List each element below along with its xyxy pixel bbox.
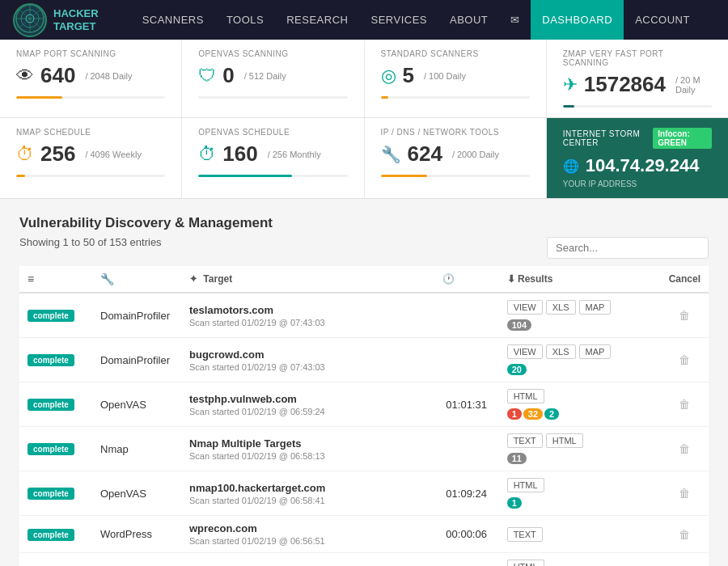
globe-icon: 🌐	[563, 158, 579, 174]
stat-standard-sub: / 100 Daily	[424, 71, 466, 81]
nav-scanners[interactable]: SCANNERS	[131, 0, 215, 40]
showing-text: Showing 1 to 50 of 153 entries	[19, 236, 162, 248]
th-target: ✦ Target	[181, 266, 434, 293]
nav-research[interactable]: RESEARCH	[275, 0, 359, 40]
result-btn-text[interactable]: TEXT	[507, 527, 543, 542]
nav-services[interactable]: SERVICES	[359, 0, 438, 40]
result-btn-xls[interactable]: XLS	[546, 300, 576, 315]
result-btn-html[interactable]: HTML	[546, 433, 583, 448]
scanner-name: DomainProfiler	[92, 338, 181, 382]
scan-table: ≡ 🔧 ✦ Target 🕐 ⬇ Results Cancel	[19, 266, 709, 566]
stat-zmap-icon: ✈	[563, 74, 578, 95]
target-cell: testphp.vulnweb.comScan started 01/02/19…	[181, 382, 434, 427]
th-results: ⬇ Results	[499, 266, 661, 293]
duration: 00:59:15	[434, 553, 499, 567]
nav-dashboard[interactable]: DASHBOARD	[531, 0, 624, 40]
stat-zmap-number: 1572864	[584, 72, 666, 97]
logo[interactable]: HACKER TARGET	[13, 3, 99, 37]
delete-button[interactable]: 🗑	[675, 439, 693, 458]
isc-card: INTERNET STORM CENTER Infocon: GREEN 🌐 1…	[547, 118, 728, 198]
table-row: completeDomainProfilerteslamotors.comSca…	[19, 293, 709, 338]
scanner-name: OpenVAS	[92, 382, 181, 427]
duration	[434, 293, 499, 338]
delete-button[interactable]: 🗑	[675, 350, 693, 370]
email-icon[interactable]: ✉	[499, 0, 531, 40]
status-badge: complete	[28, 529, 74, 541]
target-cell: nmap100.hackertarget.comScan started 01/…	[181, 471, 434, 516]
target-name: teslamotors.com	[189, 304, 426, 316]
scanner-name: DomainProfiler	[92, 293, 181, 338]
nav-links: SCANNERS TOOLS RESEARCH SERVICES ABOUT ✉…	[131, 0, 715, 40]
stat-nmap-number: 640	[40, 63, 75, 88]
th-status: ≡	[19, 266, 92, 293]
section-title: Vulnerability Discovery & Management	[19, 215, 709, 231]
result-btn-html[interactable]: HTML	[507, 389, 544, 403]
stat-openvas-sub: / 512 Daily	[244, 71, 286, 81]
tool-icon: 🔧	[100, 272, 114, 285]
download-icon: ⬇	[507, 273, 515, 285]
stats-row-2: NMAP SCHEDULE ⏱ 256 / 4096 Weekly OPENVA…	[0, 118, 728, 199]
result-btn-view[interactable]: VIEW	[507, 300, 543, 315]
th-duration: 🕐	[434, 266, 499, 293]
delete-button[interactable]: 🗑	[675, 525, 693, 544]
logo-svg	[15, 3, 45, 34]
count-badge: 20	[507, 364, 527, 375]
isc-title: INTERNET STORM CENTER	[563, 129, 654, 147]
stat-nmap-icon: 👁	[16, 65, 34, 87]
target-cell: bugcrowd.comScan started 01/02/19 @ 07:4…	[181, 338, 434, 382]
target-name: bugcrowd.com	[189, 348, 426, 361]
isc-badge: Infocon: GREEN	[653, 128, 712, 149]
logo-circle	[13, 3, 47, 37]
stat-network-number: 624	[408, 142, 442, 167]
result-btn-html[interactable]: HTML	[507, 478, 544, 492]
nav-account[interactable]: ACCOUNT	[624, 0, 701, 40]
results-cell: TEXT	[499, 516, 661, 553]
result-btn-xls[interactable]: XLS	[546, 344, 576, 359]
result-btn-map[interactable]: MAP	[579, 300, 612, 315]
delete-button[interactable]: 🗑	[675, 306, 693, 325]
target-name: Nmap Multiple Targets	[189, 437, 426, 450]
nav-tools[interactable]: TOOLS	[215, 0, 275, 40]
main-content: Vulnerability Discovery & Management Sho…	[0, 199, 728, 566]
table-row: completeOpenVASnmap100.hackertarget.comS…	[19, 471, 709, 516]
stat-standard-label: STANDARD SCANNERS	[381, 49, 530, 58]
isc-ip: 104.74.29.244	[586, 155, 700, 176]
scanner-name: WordPress	[92, 516, 181, 553]
table-row: completeDomainProfilerbugcrowd.comScan s…	[19, 338, 709, 382]
scanner-name: Nmap	[92, 427, 181, 471]
results-cell: VIEWXLSMAP104	[499, 293, 661, 338]
search-input[interactable]	[547, 237, 709, 259]
result-btn-map[interactable]: MAP	[579, 344, 612, 359]
stat-standard-icon: ◎	[381, 65, 396, 87]
delete-button[interactable]: 🗑	[675, 484, 693, 503]
scanner-name: OpenVAS	[92, 553, 181, 567]
result-btn-html[interactable]: HTML	[507, 560, 544, 566]
stat-openvas-sched-sub: / 256 Monthly	[268, 150, 321, 159]
count-badge: 32	[523, 408, 543, 420]
stat-standard: STANDARD SCANNERS ◎ 5 / 100 Daily	[365, 40, 547, 117]
table-row: completeOpenVAStestphp.vulnweb.comScan s…	[19, 382, 709, 427]
result-btn-text[interactable]: TEXT	[507, 433, 543, 448]
stat-nmap-sub: / 2048 Daily	[85, 71, 132, 81]
target-name: wprecon.com	[189, 522, 426, 534]
stat-zmap-label: ZMAP VERY FAST PORT SCANNING	[563, 49, 712, 67]
stat-nmap-sched-label: NMAP SCHEDULE	[16, 128, 165, 137]
duration: 01:09:24	[434, 471, 499, 516]
stat-network-icon: 🔧	[381, 145, 401, 164]
th-cancel: Cancel	[661, 266, 709, 293]
th-scanner: 🔧	[92, 266, 181, 293]
delete-button[interactable]: 🗑	[675, 395, 693, 414]
scan-started: Scan started 01/02/19 @ 07:43:03	[189, 318, 426, 327]
stat-nmap-sched-sub: / 4096 Weekly	[85, 150, 142, 159]
scan-started: Scan started 01/02/19 @ 06:56:51	[189, 536, 426, 546]
result-btn-view[interactable]: VIEW	[507, 344, 543, 359]
scan-started: Scan started 01/02/19 @ 06:58:41	[189, 496, 426, 505]
cancel-cell: 🗑	[661, 338, 709, 382]
stats-row-1: NMAP PORT SCANNING 👁 640 / 2048 Daily OP…	[0, 40, 728, 118]
nav-about[interactable]: ABOUT	[438, 0, 499, 40]
target-cell: wprecon.comScan started 01/02/19 @ 06:56…	[181, 516, 434, 553]
stat-openvas-label: OPENVAS SCANNING	[198, 49, 347, 58]
count-badge: 1	[507, 497, 522, 509]
cancel-cell: 🗑	[661, 553, 709, 567]
results-cell: TEXTHTML11	[499, 427, 661, 471]
